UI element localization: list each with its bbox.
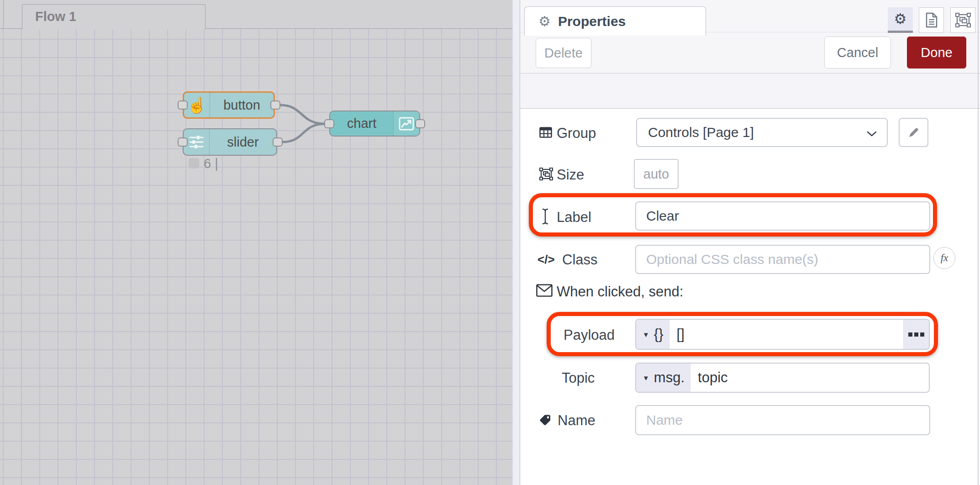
name-label: Name — [558, 412, 595, 429]
topic-typedinput: ▼ msg. topic — [635, 363, 930, 393]
msg-prefix: msg. — [654, 369, 690, 386]
node-status-text: 6 | — [204, 156, 218, 171]
done-button[interactable]: Done — [907, 37, 966, 69]
class-label: Class — [562, 252, 598, 268]
port-slider-out[interactable] — [273, 137, 283, 147]
flow-tab[interactable]: Flow 1 — [22, 4, 205, 29]
edit-tray: Edit button node Delete Cancel Done ⚙ Pr… — [520, 0, 980, 485]
topic-value[interactable]: topic — [690, 364, 727, 392]
gear-icon: ⚙ — [894, 11, 907, 27]
size-auto-button[interactable]: auto — [634, 159, 679, 189]
payload-label: Payload — [564, 327, 615, 343]
tray-toolbar: Delete Cancel Done — [520, 32, 980, 74]
object-group-icon — [955, 13, 971, 27]
tag-icon — [539, 414, 552, 427]
caret-down-icon: ▼ — [643, 374, 649, 382]
text-cursor-icon — [541, 208, 549, 225]
payload-options-button[interactable] — [903, 320, 929, 349]
topic-label: Topic — [562, 370, 595, 386]
pencil-icon — [908, 127, 920, 138]
label-input[interactable] — [635, 201, 930, 231]
node-label: chart — [330, 111, 393, 136]
tab-properties[interactable]: ⚙ Properties — [524, 6, 706, 36]
hand-pointer-icon: ☝ — [184, 93, 210, 117]
node-red-app: ☝ button sl — [0, 0, 980, 485]
size-icon — [539, 168, 553, 180]
group-select-value: Controls [Page 1] — [648, 125, 754, 140]
node-slider[interactable]: slider — [183, 128, 277, 156]
fx-button[interactable]: fx — [933, 247, 955, 269]
port-button-in[interactable] — [178, 100, 188, 110]
tray-edge-line — [978, 0, 979, 485]
wires — [0, 0, 512, 485]
tray-tabs — [520, 74, 980, 109]
topic-type-button[interactable]: ▼ msg. — [636, 364, 690, 392]
properties-tab-label: Properties — [558, 14, 626, 29]
node-status-dot — [189, 158, 199, 169]
when-clicked-heading: When clicked, send: — [557, 284, 683, 300]
chevron-down-icon — [867, 131, 877, 137]
group-edit-button[interactable] — [899, 118, 928, 147]
node-button[interactable]: ☝ button — [183, 91, 275, 119]
node-label: button — [210, 93, 274, 117]
cancel-button[interactable]: Cancel — [824, 37, 891, 69]
port-slider-in[interactable] — [178, 137, 188, 147]
ellipsis-icon — [908, 332, 924, 337]
label-label: Label — [557, 209, 591, 226]
group-label: Group — [557, 125, 596, 142]
payload-value[interactable]: [] — [669, 320, 685, 349]
port-chart-in[interactable] — [324, 119, 334, 128]
table-icon — [539, 127, 552, 138]
name-input[interactable] — [635, 405, 930, 435]
node-description-button[interactable] — [919, 7, 944, 33]
node-settings-button[interactable]: ⚙ — [888, 7, 913, 33]
size-label: Size — [557, 167, 584, 183]
flow-canvas[interactable]: ☝ button sl — [0, 0, 512, 485]
group-select[interactable]: Controls [Page 1] — [636, 118, 888, 147]
flow-tab-label: Flow 1 — [22, 5, 205, 29]
port-chart-out[interactable] — [415, 119, 425, 128]
canvas-scrollbar[interactable] — [512, 0, 520, 485]
envelope-icon — [536, 284, 553, 297]
json-type-icon: {} — [654, 326, 669, 343]
code-icon: </> — [537, 253, 555, 267]
caret-down-icon: ▼ — [643, 331, 649, 338]
node-label: slider — [210, 129, 276, 155]
node-appearance-button[interactable] — [950, 7, 975, 33]
class-input[interactable] — [635, 245, 930, 274]
wire-button-chart[interactable] — [280, 105, 325, 124]
delete-button[interactable]: Delete — [536, 38, 591, 68]
gear-icon: ⚙ — [538, 13, 551, 29]
port-button-out[interactable] — [270, 100, 280, 110]
node-chart[interactable]: chart — [329, 111, 420, 137]
payload-typedinput: ▼ {} [] — [635, 319, 930, 350]
document-icon — [925, 12, 938, 28]
wire-slider-chart[interactable] — [282, 124, 325, 142]
payload-type-button[interactable]: ▼ {} — [636, 320, 669, 349]
